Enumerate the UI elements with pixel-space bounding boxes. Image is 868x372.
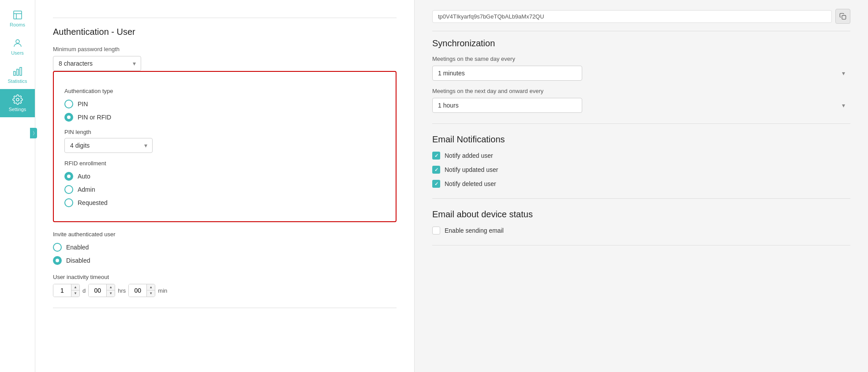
right-panel: tp0V4TIkyarfq9s7bGeTQbALb9aMx72QU Synchr… xyxy=(415,0,868,372)
timeout-hrs-spinner: ▲ ▼ xyxy=(106,284,115,297)
radio-pin[interactable]: PIN xyxy=(64,100,385,108)
email-device-title: Email about device status xyxy=(432,209,850,219)
timeout-hrs-unit: hrs xyxy=(118,287,126,294)
timeout-min-down[interactable]: ▼ xyxy=(147,290,155,297)
timeout-days-input[interactable] xyxy=(53,284,71,297)
users-label: Users xyxy=(11,50,24,56)
next-day-label: Meetings on the next day and onward ever… xyxy=(432,88,850,94)
auth-type-box: Authentication type PIN PIN or RFID PIN … xyxy=(53,71,397,222)
radio-rfid-auto[interactable]: Auto xyxy=(64,172,385,181)
min-password-select[interactable]: 8 characters 6 characters 10 characters … xyxy=(53,56,141,71)
checkbox-notify-updated-box xyxy=(432,166,440,174)
next-day-select[interactable]: 1 hours 2 hours 6 hours 12 hours 24 hour… xyxy=(432,98,582,113)
timeout-days-spinner: ▲ ▼ xyxy=(71,284,79,297)
min-password-label: Minimum password length xyxy=(53,46,397,52)
timeout-label: User inactivity timeout xyxy=(53,274,397,280)
settings-label: Settings xyxy=(9,107,26,112)
radio-rfid-admin-label: Admin xyxy=(78,186,95,193)
radio-invite-enabled-circle xyxy=(53,243,62,252)
checkbox-notify-updated[interactable]: Notify updated user xyxy=(432,166,850,174)
sync-title: Synchronization xyxy=(432,38,850,48)
timeout-days-down[interactable]: ▼ xyxy=(71,290,79,297)
timeout-min-input[interactable] xyxy=(129,284,146,297)
svg-rect-6 xyxy=(20,67,22,75)
checkbox-notify-deleted[interactable]: Notify deleted user xyxy=(432,180,850,188)
sidebar: Rooms Users Statistics Settings xyxy=(0,0,35,372)
checkbox-enable-sending-label: Enable sending email xyxy=(445,227,504,234)
checkbox-notify-added-box xyxy=(432,152,440,160)
radio-invite-disabled-label: Disabled xyxy=(66,257,90,264)
checkbox-notify-updated-label: Notify updated user xyxy=(445,166,498,173)
timeout-row: ▲ ▼ d ▲ ▼ hrs ▲ ▼ xyxy=(53,284,397,297)
radio-invite-disabled[interactable]: Disabled xyxy=(53,256,397,265)
svg-rect-8 xyxy=(842,15,846,19)
left-panel: Authentication - User Minimum password l… xyxy=(35,0,415,372)
radio-rfid-auto-label: Auto xyxy=(78,173,90,180)
invite-section: Invite authenticated user Enabled Disabl… xyxy=(53,231,397,265)
next-day-select-wrapper: 1 hours 2 hours 6 hours 12 hours 24 hour… xyxy=(432,98,850,113)
same-day-label: Meetings on the same day every xyxy=(432,56,850,62)
svg-rect-0 xyxy=(14,11,22,19)
checkbox-enable-sending-box xyxy=(432,227,440,234)
radio-pin-circle xyxy=(64,100,73,108)
radio-invite-enabled-label: Enabled xyxy=(66,244,89,251)
pin-length-select[interactable]: 4 digits 6 digits 8 digits xyxy=(64,138,153,153)
statistics-label: Statistics xyxy=(7,78,27,84)
same-day-select[interactable]: 1 minutes 5 minutes 10 minutes 15 minute… xyxy=(432,66,582,81)
copy-token-button[interactable] xyxy=(835,9,850,24)
sidebar-toggle[interactable]: 〉 xyxy=(30,128,37,138)
timeout-days-unit: d xyxy=(82,287,86,294)
radio-rfid-auto-circle xyxy=(64,172,73,181)
radio-rfid-requested[interactable]: Requested xyxy=(64,198,385,207)
rfid-radio-group: Auto Admin Requested xyxy=(64,172,385,207)
timeout-days-group: ▲ ▼ xyxy=(53,284,80,297)
radio-rfid-requested-circle xyxy=(64,198,73,207)
invite-radio-group: Enabled Disabled xyxy=(53,243,397,265)
rfid-label: RFID enrollment xyxy=(64,160,385,167)
timeout-min-spinner: ▲ ▼ xyxy=(146,284,155,297)
timeout-hrs-group: ▲ ▼ xyxy=(88,284,115,297)
email-notif-section: Email Notifications Notify added user No… xyxy=(432,134,850,199)
timeout-days-up[interactable]: ▲ xyxy=(71,284,79,290)
pin-length-select-wrapper: 4 digits 6 digits 8 digits xyxy=(64,138,153,153)
auth-type-label: Authentication type xyxy=(64,88,385,94)
checkbox-notify-deleted-box xyxy=(432,180,440,188)
pin-length-label: PIN length xyxy=(64,129,385,135)
auth-type-radio-group: PIN PIN or RFID xyxy=(64,100,385,122)
radio-pin-rfid[interactable]: PIN or RFID xyxy=(64,113,385,122)
same-day-select-wrapper: 1 minutes 5 minutes 10 minutes 15 minute… xyxy=(432,66,850,81)
radio-pin-rfid-label: PIN or RFID xyxy=(78,114,111,121)
device-checkbox-group: Enable sending email xyxy=(432,227,850,234)
radio-invite-disabled-circle xyxy=(53,256,62,265)
checkbox-notify-added-label: Notify added user xyxy=(445,152,493,159)
invite-label: Invite authenticated user xyxy=(53,231,397,238)
radio-rfid-admin[interactable]: Admin xyxy=(64,185,385,194)
checkbox-notify-deleted-label: Notify deleted user xyxy=(445,180,496,187)
timeout-min-unit: min xyxy=(158,287,167,294)
checkbox-enable-sending[interactable]: Enable sending email xyxy=(432,227,850,234)
min-password-select-wrapper: 8 characters 6 characters 10 characters … xyxy=(53,56,141,71)
sidebar-item-rooms[interactable]: Rooms xyxy=(0,4,35,33)
svg-rect-4 xyxy=(14,71,15,75)
radio-invite-enabled[interactable]: Enabled xyxy=(53,243,397,252)
timeout-section: User inactivity timeout ▲ ▼ d ▲ ▼ xyxy=(53,274,397,297)
main-content: Authentication - User Minimum password l… xyxy=(35,0,868,372)
notif-checkbox-group: Notify added user Notify updated user No… xyxy=(432,152,850,188)
timeout-min-up[interactable]: ▲ xyxy=(147,284,155,290)
svg-rect-5 xyxy=(17,69,19,75)
timeout-hrs-input[interactable] xyxy=(89,284,106,297)
timeout-min-group: ▲ ▼ xyxy=(128,284,155,297)
svg-point-3 xyxy=(16,40,19,43)
token-bar: tp0V4TIkyarfq9s7bGeTQbALb9aMx72QU xyxy=(432,9,850,31)
sidebar-item-settings[interactable]: Settings xyxy=(0,89,35,117)
timeout-hrs-down[interactable]: ▼ xyxy=(107,290,115,297)
email-notif-title: Email Notifications xyxy=(432,134,850,145)
checkbox-notify-added[interactable]: Notify added user xyxy=(432,152,850,160)
radio-pin-rfid-circle xyxy=(64,113,73,122)
radio-pin-label: PIN xyxy=(78,100,88,108)
sidebar-item-statistics[interactable]: Statistics xyxy=(0,61,35,89)
email-device-section: Email about device status Enable sending… xyxy=(432,209,850,246)
timeout-hrs-up[interactable]: ▲ xyxy=(107,284,115,290)
sync-section: Synchronization Meetings on the same day… xyxy=(432,38,850,124)
sidebar-item-users[interactable]: Users xyxy=(0,33,35,61)
